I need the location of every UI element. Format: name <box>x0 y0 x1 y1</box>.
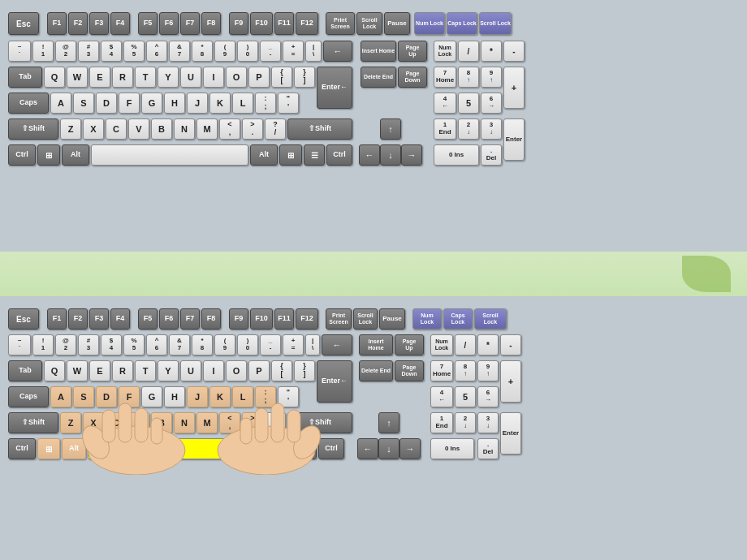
key-f10[interactable]: F10 <box>250 12 273 35</box>
key-down-arrow[interactable]: ↓ <box>380 144 401 166</box>
key-y[interactable]: Y <box>158 67 179 88</box>
key2-q[interactable]: Q <box>44 360 65 381</box>
key2-enter[interactable]: Enter← <box>317 360 352 403</box>
key-s[interactable]: S <box>73 93 94 114</box>
key-m[interactable]: M <box>196 118 218 140</box>
key-caps-lock[interactable]: Caps <box>8 93 49 114</box>
key-f2[interactable]: F2 <box>68 12 88 35</box>
key2-tilde[interactable]: ~` <box>8 334 31 355</box>
key-right-arrow[interactable]: → <box>401 144 422 166</box>
key-delete[interactable]: Delete End <box>361 67 396 88</box>
key-lbrace[interactable]: {[ <box>271 67 292 88</box>
key2-9[interactable]: (9 <box>214 334 235 355</box>
key-2[interactable]: @2 <box>55 41 76 62</box>
key-right-ctrl[interactable]: Ctrl <box>326 144 352 166</box>
key-5[interactable]: %5 <box>123 41 145 62</box>
key2-z[interactable]: Z <box>60 412 81 433</box>
key-num3[interactable]: 3↓ <box>481 118 502 140</box>
key-g[interactable]: G <box>141 93 162 114</box>
key-6[interactable]: ^6 <box>146 41 167 62</box>
key-equals[interactable]: += <box>283 41 304 62</box>
key2-down-arrow[interactable]: ↓ <box>378 438 399 459</box>
key-num2[interactable]: 2↓ <box>458 118 479 140</box>
key-t[interactable]: T <box>135 67 156 88</box>
key-f3[interactable]: F3 <box>89 12 109 35</box>
key2-v[interactable]: V <box>128 412 149 433</box>
key-right-shift[interactable]: ⇧Shift <box>287 118 352 140</box>
key2-minus[interactable]: _- <box>260 334 281 355</box>
key2-f3[interactable]: F3 <box>89 308 109 330</box>
key2-l[interactable]: L <box>232 386 253 407</box>
key-f1[interactable]: F1 <box>47 12 67 35</box>
key-3[interactable]: #3 <box>78 41 99 62</box>
key-right-alt[interactable]: Alt <box>250 144 278 166</box>
key2-left-shift[interactable]: ⇧Shift <box>8 412 58 433</box>
key-rbrace[interactable]: }] <box>294 67 315 88</box>
key2-u[interactable]: U <box>180 360 201 381</box>
key-left-shift[interactable]: ⇧Shift <box>8 118 58 140</box>
key-num9[interactable]: 9↑ <box>481 67 502 88</box>
key-num4[interactable]: 4← <box>434 93 456 114</box>
key2-f8[interactable]: F8 <box>201 308 221 330</box>
key-x[interactable]: X <box>83 118 104 140</box>
key2-f12[interactable]: F12 <box>296 308 318 330</box>
key-0[interactable]: )0 <box>237 41 258 62</box>
key2-a[interactable]: A <box>50 386 71 407</box>
key2-scroll[interactable]: ScrollLock <box>353 308 378 330</box>
key-f11[interactable]: F11 <box>274 12 294 35</box>
key2-right-alt[interactable]: Alt <box>247 438 271 459</box>
key-7[interactable]: &7 <box>169 41 190 62</box>
key2-num-enter[interactable]: Enter <box>500 412 521 454</box>
key-num1[interactable]: 1End <box>434 118 456 140</box>
key-num8[interactable]: 8↑ <box>458 67 479 88</box>
key2-num-minus2[interactable]: - <box>500 334 521 355</box>
key2-g[interactable]: G <box>141 386 162 407</box>
key2-d[interactable]: D <box>96 386 117 407</box>
key2-2[interactable]: @2 <box>55 334 76 355</box>
key2-spacebar[interactable] <box>88 438 245 459</box>
key-e[interactable]: E <box>89 67 110 88</box>
key-r[interactable]: R <box>112 67 133 88</box>
key-w[interactable]: W <box>67 67 88 88</box>
key-f5[interactable]: F5 <box>138 12 158 35</box>
key2-w[interactable]: W <box>67 360 88 381</box>
key-b[interactable]: B <box>151 118 172 140</box>
key2-numdot[interactable]: .Del <box>477 438 499 459</box>
key-esc[interactable]: Esc <box>8 12 39 35</box>
key2-f9[interactable]: F9 <box>229 308 248 330</box>
key2-b[interactable]: B <box>151 412 172 433</box>
key2-slash[interactable]: ?/ <box>265 412 286 433</box>
key2-m[interactable]: M <box>196 412 218 433</box>
key2-lbrace[interactable]: {[ <box>271 360 292 381</box>
key-p[interactable]: P <box>248 67 270 88</box>
key-slash[interactable]: ?/ <box>265 118 286 140</box>
key2-num9[interactable]: 9↑ <box>477 360 499 381</box>
key-l[interactable]: L <box>232 93 253 114</box>
key2-num-plus[interactable]: + <box>500 360 521 403</box>
key2-left-ctrl[interactable]: Ctrl <box>8 438 36 459</box>
key2-right-ctrl[interactable]: Ctrl <box>318 438 344 459</box>
key2-num-mul[interactable]: * <box>477 334 499 355</box>
key2-5[interactable]: %5 <box>123 334 145 355</box>
key-left-arrow[interactable]: ← <box>359 144 380 166</box>
key2-delete[interactable]: Delete End <box>359 360 393 381</box>
key2-p[interactable]: P <box>248 360 270 381</box>
key-menu[interactable]: ☰ <box>304 144 325 166</box>
key-z[interactable]: Z <box>60 118 81 140</box>
key2-esc[interactable]: Esc <box>8 308 39 330</box>
key2-num4[interactable]: 4← <box>430 386 453 407</box>
key-left-win[interactable]: ⊞ <box>37 144 60 166</box>
key-u[interactable]: U <box>180 67 201 88</box>
key-semicolon[interactable]: :; <box>255 93 276 114</box>
key-up-arrow[interactable]: ↑ <box>380 118 401 140</box>
key-c[interactable]: C <box>106 118 127 140</box>
key2-y[interactable]: Y <box>158 360 179 381</box>
key2-f[interactable]: F <box>119 386 140 407</box>
key2-left-alt[interactable]: Alt <box>62 438 86 459</box>
key2-left-win[interactable]: ⊞ <box>37 438 60 459</box>
key-period[interactable]: >. <box>242 118 263 140</box>
key-left-ctrl[interactable]: Ctrl <box>8 144 36 166</box>
key2-backslash-top[interactable]: |\ <box>305 334 320 355</box>
key-h[interactable]: H <box>164 93 185 114</box>
key-pause[interactable]: Pause <box>384 12 410 35</box>
